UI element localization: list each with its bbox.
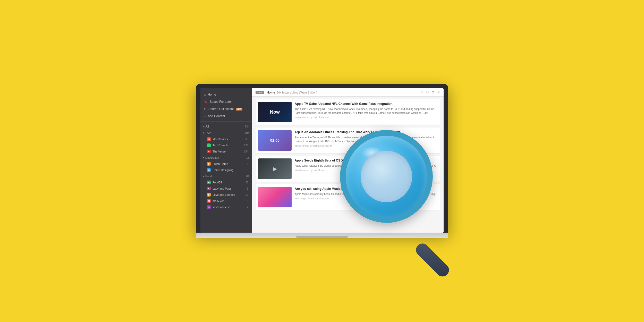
feed-count: 9 (247, 169, 248, 172)
article-card: Apple TV Gains Updated NFL Channel With … (256, 99, 440, 125)
feed-icon-homedesigning: H (207, 168, 211, 172)
settings-icon[interactable]: ⚙ (431, 90, 435, 94)
feed-count: 6 (247, 163, 248, 165)
article-excerpt: Remember the Tamagotchi? Those little mo… (295, 135, 437, 143)
feed-icon-mollyyeh: M (207, 199, 211, 203)
feed-icon-ladyandpups: L (207, 187, 211, 190)
sidebar-item-shared[interactable]: ⊞ Shared Collections NEW (200, 105, 252, 113)
chevron-icon: ▾ (203, 156, 204, 159)
feed-icon-techcrunch: TC (207, 143, 211, 147)
feed-label: Lady and Pups (213, 187, 231, 190)
header-subtitle: 50x faster polling (Team Edition) (277, 91, 317, 94)
feed-item-food52[interactable]: F Food52 38 (200, 179, 252, 185)
feed-item-homedesigning[interactable]: H Home Designing 9 (200, 167, 252, 173)
sidebar-item-home[interactable]: ⌂ Home (200, 91, 252, 98)
article-excerpt: Apple Music has officially been It's had… (295, 192, 437, 196)
article-body: Apple Seeds Eighth Beta of OS X El Capit… (295, 158, 437, 179)
feed-item-ladyandpups[interactable]: L Lady and Pups 3 (200, 185, 252, 192)
article-card: Are you still using Apple Music? Apple M… (256, 184, 440, 210)
home-icon: ⌂ (204, 93, 206, 96)
sidebar-item-label: Add Content (208, 114, 225, 118)
all-count: 734 (245, 125, 249, 128)
feed-icon-freshhome: F (207, 162, 211, 166)
section-label: Food (205, 175, 212, 178)
laptop-wrapper: ⌂ Home 🔖 Saved For Later ⊞ Shared Collec… (196, 84, 448, 238)
feed-item-macrumors[interactable]: M MacRumors 35 (200, 136, 252, 142)
feed-label: The Verge (213, 150, 226, 153)
feed-label: TechCrunch (213, 144, 228, 147)
laptop-screen: ⌂ Home 🔖 Saved For Later ⊞ Shared Collec… (200, 88, 444, 233)
list-icon: ≡ (203, 125, 205, 128)
unpin-button[interactable]: Unpin (256, 91, 264, 94)
feed-count: 2 (247, 206, 248, 209)
main-header: Unpin Home 50x faster polling (Team Edit… (252, 88, 444, 97)
sidebar: ⌂ Home 🔖 Saved For Later ⊞ Shared Collec… (200, 88, 252, 233)
sidebar-all-row[interactable]: ≡ All 734 (200, 123, 252, 130)
laptop-base (196, 233, 448, 238)
section-count: 484 (245, 131, 249, 134)
feed-label: MacRumors (213, 138, 228, 141)
article-thumbnail (258, 130, 292, 151)
feed-item-mollyyeh[interactable]: M molly yeh 8 (200, 198, 252, 204)
feed-count: 8 (247, 200, 248, 202)
article-excerpt: Apple today released the eighth beta tes… (295, 164, 437, 168)
sidebar-section-decoration[interactable]: ▾ Decoration 15 (200, 155, 252, 161)
feed-icon-verge: V (207, 150, 211, 153)
sidebar-divider (200, 121, 252, 122)
article-meta: MacRumors / by Juli Clover (295, 169, 437, 172)
feed-item-techcrunch[interactable]: TC TechCrunch 295 (200, 142, 252, 148)
article-title[interactable]: Are you still using Apple Music? (295, 187, 437, 191)
feed-label: Home Designing (213, 168, 233, 172)
article-meta: TechCrunch / by Romain Dillet / 4h (295, 144, 437, 147)
checkmark-icon[interactable]: ✓ (421, 90, 423, 94)
sidebar-item-add[interactable]: + Add Content (200, 113, 252, 120)
feed-count: 154 (244, 150, 248, 153)
feed-item-freshhome[interactable]: F Fresh Home 6 (200, 161, 252, 167)
bookmark-icon: 🔖 (204, 100, 208, 104)
article-excerpt: The Apple TV's existing NFL Now channel … (295, 107, 437, 115)
article-card: Apple Seeds Eighth Beta of OS X El Capit… (256, 156, 440, 182)
article-title[interactable]: Apple TV Gains Updated NFL Channel With … (295, 102, 437, 106)
feed-count: 3 (247, 187, 248, 190)
feed-item-verge[interactable]: V The Verge 154 (200, 148, 252, 155)
feed-item-loveandlemons[interactable]: L Love and Lemons 10 (200, 192, 252, 198)
magnifier-handle (413, 241, 452, 279)
article-title[interactable]: Tep Is An Adorable Fitness Tracking App … (295, 130, 437, 134)
feed-icon-macrumors: M (207, 137, 211, 141)
article-body: Tep Is An Adorable Fitness Tracking App … (295, 130, 437, 151)
expand-icon[interactable]: ⤢ (437, 90, 440, 94)
article-title[interactable]: Apple Seeds Eighth Beta of OS X El Capit… (295, 158, 437, 163)
article-thumbnail (258, 187, 292, 207)
sidebar-item-label: Home (208, 93, 216, 96)
header-actions: ✓ ↻ ⚙ ⤢ (421, 90, 440, 94)
chevron-icon: ▾ (203, 132, 204, 134)
header-title: Home (267, 91, 275, 94)
laptop-screen-bezel: ⌂ Home 🔖 Saved For Later ⊞ Shared Collec… (196, 84, 448, 233)
section-label: Decoration (205, 156, 219, 159)
feed-icon-food52: F (207, 181, 211, 184)
sidebar-item-saved[interactable]: 🔖 Saved For Later (200, 98, 252, 105)
plus-icon: + (204, 115, 206, 118)
grid-icon: ⊞ (204, 107, 206, 111)
article-body: Are you still using Apple Music? Apple M… (295, 187, 437, 207)
article-meta: MacRumors / by Juli Clover / 2h (295, 116, 437, 119)
feed-icon-smittenkitchen: S (207, 205, 211, 209)
article-card: Tep Is An Adorable Fitness Tracking App … (256, 128, 440, 153)
sidebar-item-label: Saved For Later (210, 100, 232, 104)
feed-icon-loveandlemons: L (207, 193, 211, 197)
article-meta: The Verge / by Micah Singleton (295, 197, 437, 200)
feed-label: Food52 (213, 181, 222, 184)
articles-list: Apple TV Gains Updated NFL Channel With … (252, 97, 444, 233)
main-content: Unpin Home 50x faster polling (Team Edit… (252, 88, 444, 233)
feed-label: molly yeh (213, 199, 224, 202)
all-label: All (206, 125, 245, 128)
refresh-icon[interactable]: ↻ (426, 90, 429, 94)
article-thumbnail (258, 158, 292, 179)
section-label: Tech (205, 131, 211, 134)
feed-item-smittenkitchen[interactable]: S smitten kitchen 2 (200, 204, 252, 210)
section-count: 61 (246, 175, 249, 178)
sidebar-section-tech[interactable]: ▾ Tech 484 (200, 130, 252, 136)
article-thumbnail (258, 102, 292, 122)
article-body: Apple TV Gains Updated NFL Channel With … (295, 102, 437, 122)
sidebar-section-food[interactable]: ▾ Food 61 (200, 173, 252, 179)
